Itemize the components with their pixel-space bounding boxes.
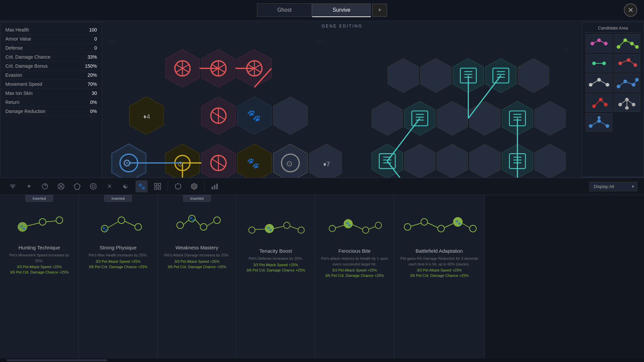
svg-text:🐾: 🐾 xyxy=(345,221,351,227)
svg-line-187 xyxy=(599,121,607,126)
cards-area[interactable]: Inserted 🐾 Hunting Technique Pet's Movem… xyxy=(0,195,644,362)
card-desc-2: Pet's Max Health increases by 25%. xyxy=(89,252,148,258)
svg-line-168 xyxy=(619,81,625,86)
stat-move-speed-label: Movement Speed xyxy=(5,81,42,87)
filter-grid-icon[interactable] xyxy=(152,180,164,192)
card-tenacity-boost[interactable]: 🐾 Tenacity Boost Pet's Defense increases… xyxy=(236,195,315,362)
svg-point-225 xyxy=(214,217,220,224)
svg-line-227 xyxy=(195,220,200,225)
svg-point-233 xyxy=(298,227,304,233)
svg-line-226 xyxy=(183,220,189,225)
display-select[interactable]: Display:All Display:Inserted Display:Ava… xyxy=(589,182,637,191)
svg-line-174 xyxy=(594,100,601,106)
card-visual-4: 🐾 xyxy=(246,208,306,245)
candidate-item-8[interactable] xyxy=(614,94,641,112)
card-title-4: Tenacity Boost xyxy=(259,248,292,254)
candidate-item-4[interactable] xyxy=(614,54,641,72)
filter-gem-icon[interactable] xyxy=(71,180,83,192)
horizontal-scrollbar[interactable] xyxy=(0,359,644,362)
card-visual-3: 🐾 xyxy=(167,205,227,242)
svg-marker-99 xyxy=(405,144,435,178)
svg-text:🐾: 🐾 xyxy=(247,109,261,122)
stat-crit-chance: Crit. Damage Chance 33% xyxy=(5,53,97,62)
filter-paw-icon[interactable]: 🐾 xyxy=(136,180,148,192)
scrollbar-thumb[interactable] xyxy=(7,359,107,361)
svg-line-244 xyxy=(369,227,375,229)
svg-point-241 xyxy=(375,222,382,229)
svg-line-236 xyxy=(290,226,298,229)
filter-all-icon[interactable] xyxy=(7,180,19,192)
card-hunting-technique[interactable]: Inserted 🐾 Hunting Technique Pet's Movem… xyxy=(0,195,79,362)
stat-crit-bonus: Crit. Damage Bonus 150% xyxy=(5,62,97,71)
card-bonus2-4: 3/6 Pet Crit. Damage Chance +25% xyxy=(246,268,305,272)
candidate-item-9[interactable] xyxy=(586,113,612,132)
stat-move-speed-value: 70% xyxy=(88,81,97,87)
stat-crit-chance-label: Crit. Damage Chance xyxy=(5,54,51,60)
stat-defense-label: Defense xyxy=(5,45,23,51)
filter-star-icon[interactable]: ✦ xyxy=(23,180,35,192)
svg-text:🐾: 🐾 xyxy=(247,157,260,169)
svg-line-234 xyxy=(255,229,265,230)
svg-marker-68 xyxy=(420,58,451,93)
gene-area: GENE EDITING NH₂ H₂N NH₂ xyxy=(102,22,582,178)
svg-marker-67 xyxy=(388,58,419,93)
stat-ion-skin: Max Ion Skin 30 xyxy=(5,89,97,98)
tab-ghost[interactable]: Ghost xyxy=(257,3,312,17)
candidate-title: Candidate Area xyxy=(584,24,642,33)
stat-evasion-value: 20% xyxy=(88,72,97,78)
candidate-item-1[interactable] xyxy=(586,34,612,53)
svg-line-220 xyxy=(125,221,135,226)
filter-circle-icon[interactable] xyxy=(87,180,99,192)
display-select-wrap: Display:All Display:Inserted Display:Ava… xyxy=(589,182,637,191)
svg-line-162 xyxy=(591,80,599,85)
candidate-item-6[interactable] xyxy=(614,74,641,92)
card-bonus2-5: 3/6 Pet Crit. Damage Chance +25% xyxy=(325,274,384,278)
card-weakness-mastery[interactable]: Inserted 🐾 Weakness Mastery Pet's Attack… xyxy=(158,195,236,362)
filter-bar-chart-icon[interactable] xyxy=(209,180,221,192)
svg-text:N: N xyxy=(565,48,568,54)
svg-text:NH₂: NH₂ xyxy=(109,38,119,45)
filter-cross-icon[interactable] xyxy=(55,180,67,192)
card-bonus1-5: 3/3 Pet Attack Speed +25% xyxy=(332,268,377,272)
svg-line-143 xyxy=(599,40,606,44)
svg-point-240 xyxy=(363,227,369,233)
svg-point-246 xyxy=(421,219,428,225)
card-strong-physique[interactable]: Inserted 🐾 Strong Physique Pet's Max Hea… xyxy=(79,195,158,362)
card-visual-2: 🐾 xyxy=(88,205,148,242)
card-visual-6: 🐾 xyxy=(401,208,478,245)
tab-survive[interactable]: Survive xyxy=(312,3,371,17)
stat-crit-bonus-label: Crit. Damage Bonus xyxy=(5,63,48,69)
filter-cycle-icon[interactable] xyxy=(39,180,51,192)
candidate-area: Candidate Area xyxy=(582,22,644,188)
svg-marker-87 xyxy=(470,101,500,135)
svg-text:⊙: ⊙ xyxy=(286,160,292,168)
filter-hexfill-icon[interactable] xyxy=(188,180,200,192)
candidate-item-5[interactable] xyxy=(586,74,612,92)
filter-x-icon[interactable]: ✕ xyxy=(103,180,115,192)
filter-hexring-icon[interactable] xyxy=(172,180,184,192)
svg-point-217 xyxy=(118,217,125,224)
gene-label: GENE EDITING xyxy=(102,22,582,31)
card-bonus2-2: 3/6 Pet Crit. Damage Chance +25% xyxy=(89,265,147,269)
stat-armor-value: 0 xyxy=(94,36,97,42)
svg-marker-93 xyxy=(535,101,566,135)
card-battlefield-adaptation[interactable]: 🐾 Battlefield Adaptation Pet gains 6% Da… xyxy=(394,195,485,362)
stat-crit-chance-value: 33% xyxy=(88,54,97,60)
svg-point-229 xyxy=(249,227,255,233)
svg-line-175 xyxy=(601,100,606,105)
candidate-item-2[interactable] xyxy=(614,34,641,53)
card-ferocious-bite[interactable]: 🐾 Ferocious Bite Pet's attack restores i… xyxy=(315,195,394,362)
tab-add-button[interactable]: + xyxy=(372,4,387,17)
card-desc-5: Pet's attack restores its Health by 1 up… xyxy=(320,256,389,267)
card-bonus1-6: 3/3 Pet Attack Speed +25% xyxy=(417,268,462,272)
svg-point-247 xyxy=(438,225,444,232)
card-bonus2-6: 3/6 Pet Crit. Damage Chance +25% xyxy=(410,274,469,278)
filter-yin-icon[interactable]: ☯ xyxy=(119,180,131,192)
stat-return-value: 0% xyxy=(90,100,97,105)
svg-line-149 xyxy=(625,40,632,44)
stat-dmg-reduction-value: 0% xyxy=(90,109,97,114)
candidate-item-7[interactable] xyxy=(586,94,612,112)
candidate-item-3[interactable] xyxy=(586,54,612,72)
svg-line-252 xyxy=(428,223,438,228)
close-button[interactable]: ✕ xyxy=(624,3,637,17)
